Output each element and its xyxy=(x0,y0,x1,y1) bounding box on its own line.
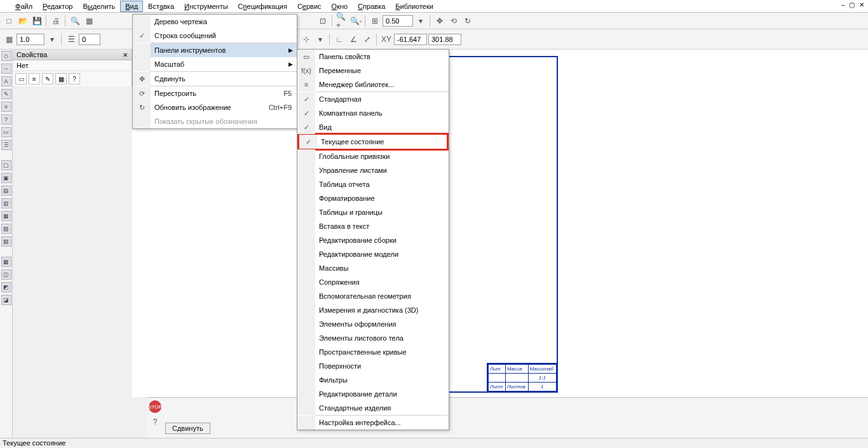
tool-spec-icon[interactable]: ☰ xyxy=(1,140,11,150)
menu-editor[interactable]: Редактор xyxy=(37,1,78,12)
tool-j-icon[interactable]: ◩ xyxy=(1,282,11,292)
submenu-item[interactable]: Пространственные кривые xyxy=(297,345,449,359)
tool-g-icon[interactable]: ▨ xyxy=(1,236,11,247)
submenu-item[interactable]: Вставка в текст xyxy=(297,219,449,233)
new-icon[interactable]: □ xyxy=(3,15,15,27)
prop-icon-5[interactable]: ? xyxy=(69,73,80,85)
tool-geom-icon[interactable]: ◇ xyxy=(1,51,11,61)
submenu-item[interactable]: f(x)Переменные xyxy=(297,64,449,78)
submenu-item[interactable]: Фильтры xyxy=(297,373,449,387)
tool-k-icon[interactable]: ◪ xyxy=(1,295,11,305)
submenu-item[interactable]: Таблицы и границы xyxy=(297,205,449,219)
tool-a-icon[interactable]: ▢ xyxy=(1,160,11,170)
submenu-item[interactable]: ✓Вид xyxy=(297,120,449,134)
stop-icon[interactable]: STOP xyxy=(149,400,161,413)
tool-h-icon[interactable]: ▩ xyxy=(1,257,11,267)
open-icon[interactable]: 📂 xyxy=(17,15,29,27)
tool-meas-icon[interactable]: ? xyxy=(1,114,11,125)
submenu-item[interactable]: Форматирование xyxy=(297,191,449,205)
scale-input[interactable] xyxy=(17,34,44,45)
menu-item[interactable]: Панели инструментов▶ xyxy=(133,43,297,57)
submenu-item[interactable]: Глобальные привязки xyxy=(297,149,449,163)
coord-y[interactable] xyxy=(428,34,461,45)
submenu-item[interactable]: Сопряжения xyxy=(297,275,449,289)
tool-edit-icon[interactable]: ✎ xyxy=(1,89,11,99)
snap-icon[interactable]: ⊹ xyxy=(300,33,313,46)
menu-libs[interactable]: Библиотеки xyxy=(390,1,438,12)
menu-spec[interactable]: Спецификация xyxy=(233,1,292,12)
redraw-icon[interactable]: ↻ xyxy=(461,15,474,27)
submenu-item[interactable]: Элементы листового тела xyxy=(297,331,449,345)
window-controls[interactable]: – ▢ ✕ xyxy=(841,1,865,8)
tool-e-icon[interactable]: ▦ xyxy=(1,211,11,221)
tool-f-icon[interactable]: ▧ xyxy=(1,224,11,234)
submenu-item[interactable]: Массивы xyxy=(297,261,449,275)
menu-item[interactable]: Масштаб▶ xyxy=(133,57,297,71)
prop-icon-3[interactable]: ✎ xyxy=(42,73,53,85)
zoom-in-icon[interactable]: 🔍+ xyxy=(336,15,348,27)
tool-text-icon[interactable]: A xyxy=(1,76,11,86)
submenu-item[interactable]: Редактирование сборки xyxy=(297,233,449,247)
props-icon[interactable]: ▦ xyxy=(83,15,95,27)
grid-icon[interactable]: ▦ xyxy=(3,33,15,46)
submenu-item[interactable]: ≡Менеджер библиотек... xyxy=(297,78,449,92)
tool-c-icon[interactable]: ▤ xyxy=(1,186,11,196)
menu-file[interactable]: Файл xyxy=(10,1,37,12)
menu-service[interactable]: Сервис xyxy=(292,1,327,12)
menu-help[interactable]: Справка xyxy=(353,1,390,12)
move-button[interactable]: Сдвинуть xyxy=(165,423,210,434)
track-icon[interactable]: ⤢ xyxy=(361,33,374,46)
dropdown2-icon[interactable]: ▾ xyxy=(46,33,58,46)
tool-param-icon[interactable]: ≡ xyxy=(1,102,11,112)
rotate-icon[interactable]: ⟲ xyxy=(447,15,460,27)
menu-item[interactable]: ✓Строка сообщений xyxy=(133,29,297,43)
print-icon[interactable]: 🖨 xyxy=(50,15,62,27)
submenu-item[interactable]: Управление листами xyxy=(297,163,449,177)
menu-item[interactable]: ⟳ПерестроитьF5 xyxy=(133,86,297,100)
menu-view[interactable]: Вид xyxy=(120,1,143,12)
submenu-item[interactable]: ✓Компактная панель xyxy=(297,106,449,120)
tool-sel-icon[interactable]: ▭ xyxy=(1,127,11,137)
zoom-window-icon[interactable]: ⊞ xyxy=(369,15,381,27)
close-icon[interactable]: ✕ xyxy=(123,51,128,58)
ortho-icon[interactable]: ∟ xyxy=(333,33,346,46)
submenu-item[interactable]: Редактирование детали xyxy=(297,387,449,401)
menu-insert[interactable]: Вставка xyxy=(143,1,179,12)
help-icon[interactable]: ? xyxy=(149,416,161,428)
submenu-item[interactable]: Измерения и диагностика (3D) xyxy=(297,303,449,317)
zoom-fit-icon[interactable]: ⊡ xyxy=(316,15,329,27)
menu-select[interactable]: Выделить xyxy=(78,1,120,12)
submenu-item[interactable]: Настройка интерфейса... xyxy=(297,416,449,430)
tool-b-icon[interactable]: ▣ xyxy=(1,173,11,183)
prop-icon-1[interactable]: ▭ xyxy=(15,73,27,85)
submenu-item[interactable]: Таблица отчета xyxy=(297,177,449,191)
layers-icon[interactable]: ☰ xyxy=(65,33,78,46)
spin-input[interactable] xyxy=(79,34,100,45)
zoom-input[interactable] xyxy=(383,15,413,27)
coord-x[interactable] xyxy=(394,34,427,45)
menu-tools[interactable]: Инструменты xyxy=(179,1,233,12)
zoom-out-icon[interactable]: 🔍- xyxy=(349,15,362,27)
menu-window[interactable]: Окно xyxy=(327,1,353,12)
angle-icon[interactable]: ∠ xyxy=(347,33,360,46)
submenu-item[interactable]: ▭Панель свойств xyxy=(297,50,449,64)
tool-i-icon[interactable]: ◫ xyxy=(1,269,11,280)
menu-item[interactable]: ✥Сдвинуть xyxy=(133,72,297,86)
submenu-item[interactable]: Вспомогательная геометрия xyxy=(297,289,449,303)
submenu-item[interactable]: Элементы оформления xyxy=(297,317,449,331)
preview-icon[interactable]: 🔍 xyxy=(69,15,81,27)
save-icon[interactable]: 💾 xyxy=(31,15,43,27)
tool-dim-icon[interactable]: ↔ xyxy=(1,64,11,74)
highlighted-item[interactable]: ✓Текущее состояние xyxy=(297,133,449,151)
submenu-item[interactable]: Редактирование модели xyxy=(297,247,449,261)
submenu-item[interactable]: Поверхности xyxy=(297,359,449,373)
dropdown3-icon[interactable]: ▾ xyxy=(314,33,327,46)
tool-d-icon[interactable]: ▥ xyxy=(1,198,11,208)
menu-item[interactable]: ↻Обновить изображениеCtrl+F9 xyxy=(133,100,297,114)
prop-icon-4[interactable]: ▦ xyxy=(55,73,67,85)
menu-item[interactable]: Дерево чертежа xyxy=(133,15,297,29)
submenu-item[interactable]: Стандартные изделия xyxy=(297,401,449,415)
submenu-item[interactable]: ✓Текущее состояние xyxy=(299,135,447,149)
prop-icon-2[interactable]: ≡ xyxy=(29,73,40,85)
submenu-item[interactable]: ✓Стандартная xyxy=(297,92,449,106)
